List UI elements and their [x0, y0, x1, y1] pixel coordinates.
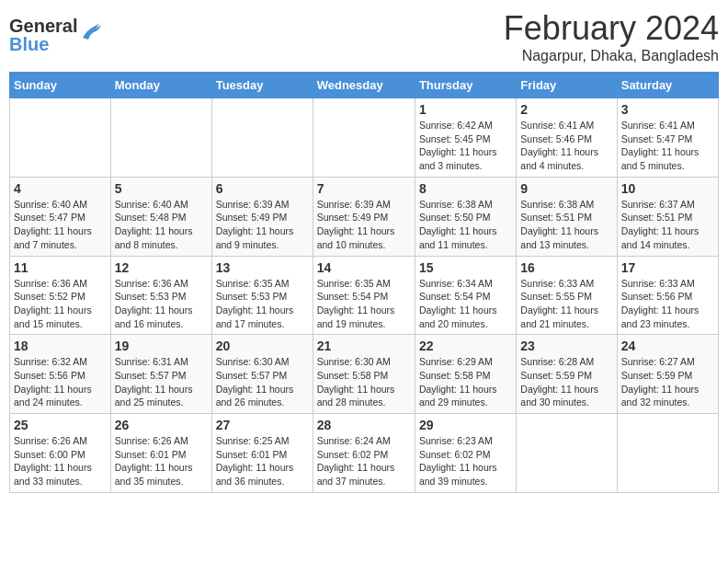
- calendar-day-cell: 2Sunrise: 6:41 AM Sunset: 5:46 PM Daylig…: [517, 98, 617, 178]
- month-title: February 2024: [504, 9, 719, 48]
- calendar-day-cell: [517, 414, 617, 493]
- weekday-header: Monday: [110, 73, 211, 98]
- calendar-day-cell: 9Sunrise: 6:38 AM Sunset: 5:51 PM Daylig…: [517, 177, 617, 256]
- calendar-day-cell: 20Sunrise: 6:30 AM Sunset: 5:57 PM Dayli…: [211, 335, 313, 414]
- day-number: 10: [621, 181, 714, 196]
- weekday-header: Saturday: [617, 73, 718, 98]
- day-info: Sunrise: 6:23 AM Sunset: 6:02 PM Dayligh…: [419, 434, 512, 488]
- calendar-day-cell: 8Sunrise: 6:38 AM Sunset: 5:50 PM Daylig…: [415, 177, 516, 256]
- calendar-week-row: 11Sunrise: 6:36 AM Sunset: 5:52 PM Dayli…: [10, 256, 719, 335]
- day-info: Sunrise: 6:33 AM Sunset: 5:55 PM Dayligh…: [520, 277, 612, 331]
- day-number: 15: [419, 260, 512, 275]
- calendar-day-cell: [10, 98, 111, 178]
- weekday-header: Thursday: [415, 73, 516, 98]
- calendar-table: SundayMondayTuesdayWednesdayThursdayFrid…: [9, 72, 719, 493]
- calendar-day-cell: [211, 98, 313, 178]
- day-number: 16: [520, 260, 612, 275]
- day-number: 29: [419, 418, 512, 432]
- day-info: Sunrise: 6:38 AM Sunset: 5:50 PM Dayligh…: [419, 198, 512, 252]
- day-info: Sunrise: 6:33 AM Sunset: 5:56 PM Dayligh…: [621, 277, 714, 331]
- day-info: Sunrise: 6:35 AM Sunset: 5:53 PM Dayligh…: [216, 277, 309, 331]
- day-info: Sunrise: 6:27 AM Sunset: 5:59 PM Dayligh…: [621, 355, 714, 409]
- calendar-day-cell: [110, 98, 211, 178]
- calendar-day-cell: 5Sunrise: 6:40 AM Sunset: 5:48 PM Daylig…: [110, 177, 211, 256]
- day-number: 27: [216, 418, 309, 432]
- day-info: Sunrise: 6:36 AM Sunset: 5:53 PM Dayligh…: [115, 277, 208, 331]
- calendar-day-cell: 12Sunrise: 6:36 AM Sunset: 5:53 PM Dayli…: [110, 256, 211, 335]
- calendar-day-cell: 23Sunrise: 6:28 AM Sunset: 5:59 PM Dayli…: [517, 335, 617, 414]
- day-info: Sunrise: 6:40 AM Sunset: 5:48 PM Dayligh…: [115, 198, 208, 252]
- day-info: Sunrise: 6:37 AM Sunset: 5:51 PM Dayligh…: [621, 198, 714, 252]
- day-number: 14: [317, 260, 411, 275]
- day-info: Sunrise: 6:32 AM Sunset: 5:56 PM Dayligh…: [14, 355, 107, 409]
- day-number: 28: [317, 418, 411, 432]
- calendar-day-cell: 26Sunrise: 6:26 AM Sunset: 6:01 PM Dayli…: [110, 414, 211, 493]
- calendar-day-cell: 7Sunrise: 6:39 AM Sunset: 5:49 PM Daylig…: [313, 177, 415, 256]
- day-info: Sunrise: 6:25 AM Sunset: 6:01 PM Dayligh…: [216, 434, 309, 488]
- weekday-header: Wednesday: [313, 73, 415, 98]
- day-info: Sunrise: 6:30 AM Sunset: 5:57 PM Dayligh…: [216, 355, 309, 409]
- day-number: 23: [520, 339, 612, 353]
- calendar-day-cell: 25Sunrise: 6:26 AM Sunset: 6:00 PM Dayli…: [10, 414, 111, 493]
- calendar-day-cell: 28Sunrise: 6:24 AM Sunset: 6:02 PM Dayli…: [313, 414, 415, 493]
- day-info: Sunrise: 6:26 AM Sunset: 6:01 PM Dayligh…: [115, 434, 208, 488]
- day-number: 20: [216, 339, 309, 353]
- day-number: 13: [216, 260, 309, 275]
- day-number: 8: [419, 181, 512, 196]
- logo-blue-text: Blue: [9, 35, 77, 53]
- calendar-day-cell: 24Sunrise: 6:27 AM Sunset: 5:59 PM Dayli…: [617, 335, 718, 414]
- day-info: Sunrise: 6:31 AM Sunset: 5:57 PM Dayligh…: [115, 355, 208, 409]
- logo: General Blue: [9, 17, 101, 53]
- day-number: 12: [115, 260, 208, 275]
- calendar-day-cell: [617, 414, 718, 493]
- calendar-day-cell: 15Sunrise: 6:34 AM Sunset: 5:54 PM Dayli…: [415, 256, 516, 335]
- logo-bird-icon: [79, 19, 101, 45]
- day-number: 17: [621, 260, 714, 275]
- calendar-day-cell: 3Sunrise: 6:41 AM Sunset: 5:47 PM Daylig…: [617, 98, 718, 178]
- weekday-header: Tuesday: [211, 73, 313, 98]
- day-info: Sunrise: 6:41 AM Sunset: 5:47 PM Dayligh…: [621, 119, 714, 173]
- calendar-day-cell: 27Sunrise: 6:25 AM Sunset: 6:01 PM Dayli…: [211, 414, 313, 493]
- day-number: 2: [520, 102, 612, 117]
- calendar-day-cell: 19Sunrise: 6:31 AM Sunset: 5:57 PM Dayli…: [110, 335, 211, 414]
- calendar-day-cell: 13Sunrise: 6:35 AM Sunset: 5:53 PM Dayli…: [211, 256, 313, 335]
- logo-general-text: General: [9, 17, 77, 35]
- day-number: 9: [520, 181, 612, 196]
- calendar-day-cell: 1Sunrise: 6:42 AM Sunset: 5:45 PM Daylig…: [415, 98, 516, 178]
- calendar-day-cell: 11Sunrise: 6:36 AM Sunset: 5:52 PM Dayli…: [10, 256, 111, 335]
- day-number: 7: [317, 181, 411, 196]
- calendar-day-cell: 16Sunrise: 6:33 AM Sunset: 5:55 PM Dayli…: [517, 256, 617, 335]
- day-number: 11: [14, 260, 107, 275]
- calendar-day-cell: 4Sunrise: 6:40 AM Sunset: 5:47 PM Daylig…: [10, 177, 111, 256]
- day-info: Sunrise: 6:30 AM Sunset: 5:58 PM Dayligh…: [317, 355, 411, 409]
- calendar-day-cell: 10Sunrise: 6:37 AM Sunset: 5:51 PM Dayli…: [617, 177, 718, 256]
- calendar-week-row: 25Sunrise: 6:26 AM Sunset: 6:00 PM Dayli…: [10, 414, 719, 493]
- calendar-week-row: 4Sunrise: 6:40 AM Sunset: 5:47 PM Daylig…: [10, 177, 719, 256]
- weekday-header: Sunday: [10, 73, 111, 98]
- day-number: 1: [419, 102, 512, 117]
- day-info: Sunrise: 6:35 AM Sunset: 5:54 PM Dayligh…: [317, 277, 411, 331]
- header: General Blue February 2024 Nagarpur, Dha…: [9, 9, 719, 64]
- day-info: Sunrise: 6:39 AM Sunset: 5:49 PM Dayligh…: [317, 198, 411, 252]
- day-number: 4: [14, 181, 107, 196]
- calendar-day-cell: 17Sunrise: 6:33 AM Sunset: 5:56 PM Dayli…: [617, 256, 718, 335]
- day-number: 6: [216, 181, 309, 196]
- day-number: 19: [115, 339, 208, 353]
- day-info: Sunrise: 6:38 AM Sunset: 5:51 PM Dayligh…: [520, 198, 612, 252]
- title-area: February 2024 Nagarpur, Dhaka, Banglades…: [504, 9, 719, 64]
- day-info: Sunrise: 6:28 AM Sunset: 5:59 PM Dayligh…: [520, 355, 612, 409]
- calendar-header-row: SundayMondayTuesdayWednesdayThursdayFrid…: [10, 73, 719, 98]
- day-number: 5: [115, 181, 208, 196]
- day-number: 18: [14, 339, 107, 353]
- calendar-day-cell: 22Sunrise: 6:29 AM Sunset: 5:58 PM Dayli…: [415, 335, 516, 414]
- day-number: 3: [621, 102, 714, 117]
- day-number: 21: [317, 339, 411, 353]
- day-number: 25: [14, 418, 107, 432]
- calendar-day-cell: 29Sunrise: 6:23 AM Sunset: 6:02 PM Dayli…: [415, 414, 516, 493]
- day-info: Sunrise: 6:41 AM Sunset: 5:46 PM Dayligh…: [520, 119, 612, 173]
- calendar-day-cell: [313, 98, 415, 178]
- day-info: Sunrise: 6:24 AM Sunset: 6:02 PM Dayligh…: [317, 434, 411, 488]
- day-info: Sunrise: 6:36 AM Sunset: 5:52 PM Dayligh…: [14, 277, 107, 331]
- day-number: 26: [115, 418, 208, 432]
- day-info: Sunrise: 6:40 AM Sunset: 5:47 PM Dayligh…: [14, 198, 107, 252]
